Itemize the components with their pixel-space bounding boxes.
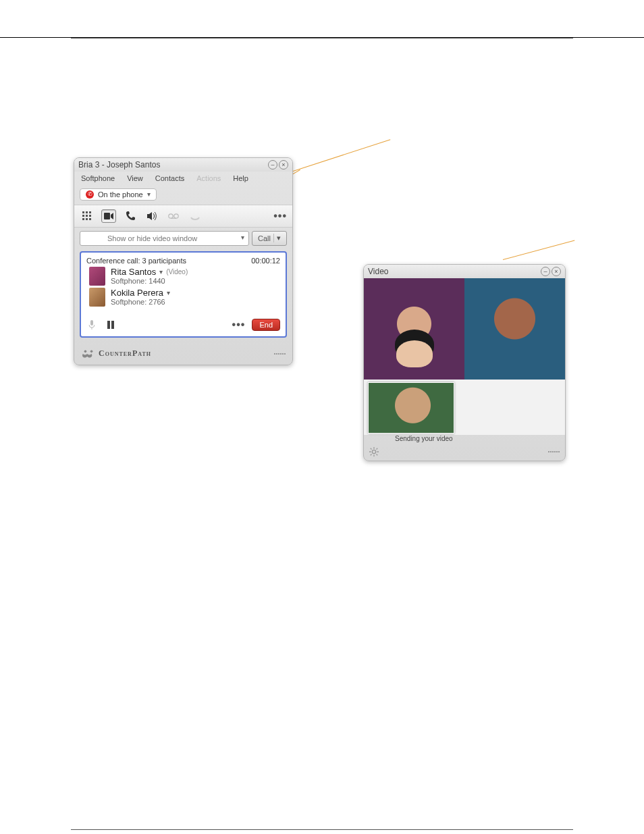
participant-name: Kokila Perera [111, 288, 163, 298]
call-icon[interactable] [123, 209, 138, 223]
window-footer: CounterPath [74, 344, 292, 365]
participant-avatar [89, 288, 105, 307]
resize-grip-icon[interactable] [274, 353, 286, 355]
svg-line-28 [377, 448, 378, 450]
presence-label: On the phone [98, 190, 143, 199]
close-button[interactable]: × [552, 267, 561, 276]
more-options-icon[interactable]: ••• [273, 210, 287, 222]
svg-rect-18 [111, 321, 114, 329]
remote-video-area [364, 278, 565, 380]
svg-marker-11 [147, 212, 152, 220]
minimize-button[interactable]: – [268, 160, 277, 170]
svg-point-20 [90, 350, 93, 353]
bria-window: Bria 3 - Joseph Santos – × Softphone Vie… [74, 157, 293, 365]
svg-rect-6 [82, 218, 84, 220]
svg-rect-2 [89, 211, 91, 213]
chevron-down-icon[interactable]: ▾ [273, 234, 281, 242]
end-call-button[interactable]: End [252, 319, 280, 331]
svg-point-19 [84, 350, 87, 353]
participant-row: Rita Santos ▾ (Video) Softphone: 1440 [89, 267, 280, 286]
svg-rect-0 [82, 211, 84, 213]
remote-video-tile [364, 278, 464, 380]
svg-point-12 [169, 213, 173, 217]
participant-avatar [89, 267, 105, 286]
phone-status-icon: ✆ [86, 190, 94, 199]
speaker-icon[interactable] [144, 209, 159, 223]
svg-rect-4 [86, 215, 88, 217]
toolbar: ••• [74, 205, 292, 228]
presence-selector[interactable]: ✆ On the phone ▾ [80, 188, 157, 201]
conference-panel: Conference call: 3 participants 00:00:12… [80, 251, 287, 338]
menubar: Softphone View Contacts Actions Help [74, 172, 292, 184]
svg-line-27 [377, 454, 378, 456]
menu-actions: Actions [196, 174, 221, 182]
dial-input-placeholder: Show or hide video window [107, 234, 197, 242]
brand-logo: CounterPath [81, 348, 151, 359]
chevron-down-icon[interactable]: ▾ [241, 234, 244, 241]
menu-softphone[interactable]: Softphone [81, 174, 115, 182]
participant-name: Rita Santos [111, 267, 156, 277]
participant-extension: Softphone: 1440 [111, 277, 188, 285]
mute-icon[interactable] [86, 319, 97, 330]
menu-help[interactable]: Help [233, 174, 248, 182]
resize-grip-icon[interactable] [548, 451, 560, 452]
video-window-title: Video [368, 267, 388, 276]
participant-row: Kokila Perera ▾ Softphone: 2766 [89, 288, 280, 307]
menu-contacts[interactable]: Contacts [155, 174, 184, 182]
call-more-icon[interactable]: ••• [232, 319, 246, 331]
remote-video-tile [464, 278, 565, 380]
window-title: Bria 3 - Joseph Santos [78, 160, 160, 170]
svg-point-13 [174, 213, 178, 217]
participant-extension: Softphone: 2766 [111, 298, 170, 306]
dialpad-icon[interactable] [80, 209, 95, 223]
chevron-down-icon[interactable]: ▾ [167, 289, 170, 296]
svg-rect-5 [89, 215, 91, 217]
svg-marker-10 [111, 213, 113, 219]
hold-icon[interactable] [105, 319, 116, 330]
svg-line-29 [371, 454, 372, 456]
svg-rect-17 [107, 321, 110, 329]
close-button[interactable]: × [279, 160, 288, 170]
call-timer: 00:00:12 [251, 257, 280, 265]
video-toggle-icon[interactable] [101, 209, 116, 223]
video-window: Video – × Sending your video [363, 264, 566, 461]
video-indicator: (Video) [166, 268, 188, 276]
chevron-down-icon: ▾ [147, 190, 151, 198]
svg-rect-7 [86, 218, 88, 220]
minimize-button[interactable]: – [541, 267, 550, 276]
svg-rect-3 [82, 215, 84, 217]
gear-icon[interactable] [369, 447, 379, 457]
redial-icon[interactable] [188, 209, 203, 223]
window-titlebar: Bria 3 - Joseph Santos – × [74, 158, 292, 172]
dial-input[interactable]: Show or hide video window ▾ [80, 231, 249, 246]
chevron-down-icon[interactable]: ▾ [159, 268, 163, 276]
svg-rect-15 [90, 320, 93, 325]
svg-rect-1 [86, 211, 88, 213]
voicemail-icon[interactable] [166, 209, 181, 223]
menu-view[interactable]: View [127, 174, 143, 182]
svg-point-21 [372, 450, 375, 453]
self-video-preview [368, 382, 454, 434]
svg-line-26 [371, 448, 372, 450]
call-button[interactable]: Call ▾ [252, 231, 287, 246]
svg-rect-8 [89, 218, 91, 220]
video-titlebar: Video – × [364, 265, 565, 278]
sending-video-label: Sending your video [364, 435, 565, 445]
conference-header: Conference call: 3 participants [86, 257, 186, 265]
svg-rect-9 [104, 213, 110, 219]
